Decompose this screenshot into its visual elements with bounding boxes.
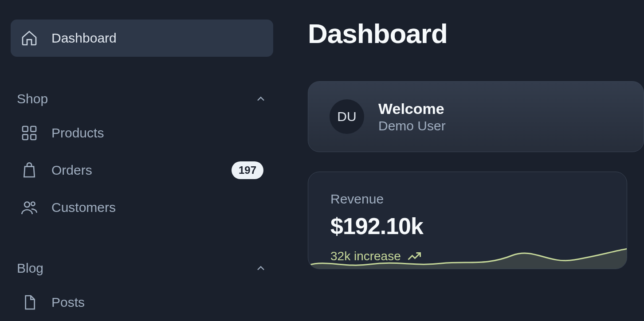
home-icon (20, 29, 38, 47)
sidebar-item-orders[interactable]: Orders 197 (11, 152, 273, 189)
chevron-up-icon (255, 93, 267, 105)
shopping-bag-icon (20, 161, 38, 179)
stats-row: Revenue $192.10k 32k increase (308, 172, 644, 269)
stat-value: $192.10k (330, 213, 605, 239)
svg-rect-3 (31, 134, 36, 140)
sidebar-item-label: Orders (51, 163, 218, 178)
orders-badge: 197 (232, 161, 263, 179)
page-title: Dashboard (308, 18, 644, 49)
sidebar-item-label: Posts (51, 295, 263, 310)
welcome-headline: Welcome (378, 100, 446, 117)
sidebar-item-customers[interactable]: Customers (11, 189, 273, 226)
stat-card-revenue[interactable]: Revenue $192.10k 32k increase (308, 172, 627, 269)
sparkline (308, 247, 627, 269)
users-icon (20, 199, 38, 216)
sidebar-section-blog[interactable]: Blog (11, 253, 273, 284)
main-content: Dashboard DU Welcome Demo User Revenue $… (284, 0, 644, 321)
document-icon (20, 294, 38, 311)
section-label: Shop (17, 91, 48, 106)
sidebar-item-products[interactable]: Products (11, 114, 273, 152)
svg-point-4 (24, 202, 30, 207)
section-label: Blog (17, 261, 43, 276)
grid-icon (20, 124, 38, 142)
sidebar-item-dashboard[interactable]: Dashboard (11, 20, 273, 57)
avatar: DU (330, 99, 364, 134)
welcome-text: Welcome Demo User (378, 100, 446, 133)
sidebar-item-label: Customers (51, 200, 263, 215)
svg-rect-1 (31, 126, 36, 132)
welcome-card: DU Welcome Demo User (308, 81, 644, 152)
sidebar-section-shop[interactable]: Shop (11, 83, 273, 114)
svg-rect-0 (23, 126, 28, 132)
chevron-up-icon (255, 262, 267, 274)
welcome-username: Demo User (378, 118, 446, 133)
svg-rect-2 (23, 134, 28, 140)
sidebar-item-posts[interactable]: Posts (11, 284, 273, 321)
sidebar: Dashboard Shop Products Orders 197 (0, 0, 284, 321)
sidebar-item-label: Products (51, 125, 263, 141)
stat-label: Revenue (330, 192, 605, 207)
svg-point-5 (31, 202, 35, 206)
sidebar-item-label: Dashboard (51, 31, 263, 46)
